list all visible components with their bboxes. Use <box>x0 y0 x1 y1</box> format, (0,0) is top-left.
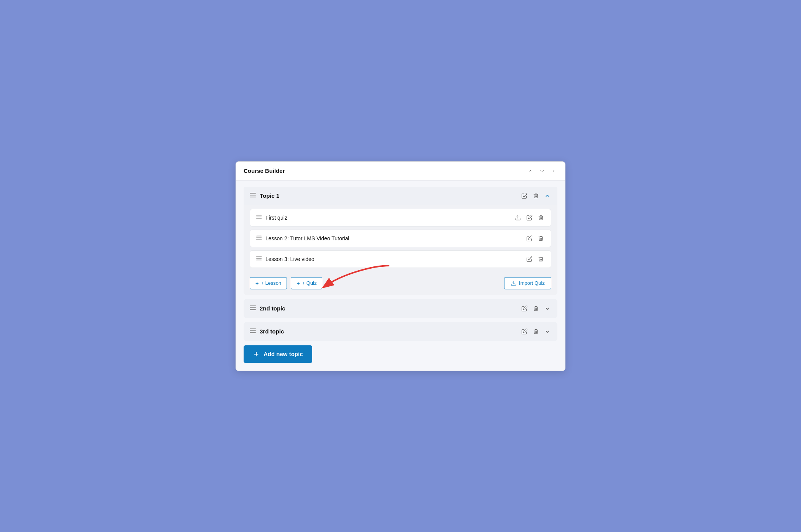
svg-rect-16 <box>250 307 256 308</box>
lesson-drag-icon <box>256 235 262 242</box>
lesson-2-edit-button[interactable] <box>526 235 533 242</box>
chevron-right-icon <box>550 168 557 174</box>
edit-icon <box>521 328 527 335</box>
chevron-up-icon <box>544 193 550 199</box>
topic-3-edit-button[interactable] <box>521 328 528 335</box>
topic-3-delete-button[interactable] <box>532 328 540 335</box>
lesson-item-3: Lesson 3: Live video <box>250 250 551 268</box>
download-icon <box>511 280 517 286</box>
svg-rect-18 <box>250 328 256 329</box>
topic-3-icons <box>521 328 551 335</box>
lesson-3-edit-button[interactable] <box>526 255 533 263</box>
import-quiz-button[interactable]: Import Quiz <box>504 277 551 289</box>
hamburger-icon <box>256 235 262 240</box>
topic-2-expand-button[interactable] <box>544 305 551 312</box>
topic-1-edit-button[interactable] <box>521 192 528 200</box>
quiz-upload-button[interactable] <box>514 214 522 222</box>
lesson-left: Lesson 2: Tutor LMS Video Tutorial <box>256 235 349 242</box>
drag-handle-icon <box>250 305 256 312</box>
edit-icon <box>521 305 527 312</box>
add-content-buttons: + + Lesson + + Quiz <box>250 277 322 289</box>
topic-2-edit-button[interactable] <box>521 305 528 312</box>
plus-icon: + <box>255 280 259 286</box>
edit-icon <box>526 215 532 221</box>
svg-rect-15 <box>250 305 256 306</box>
topic-3-title: 3rd topic <box>260 328 284 335</box>
svg-rect-5 <box>256 218 262 219</box>
edit-icon <box>521 193 527 199</box>
topic-3-header-left: 3rd topic <box>250 328 284 335</box>
panel-header: Course Builder <box>236 162 565 181</box>
topic-block-2: 2nd topic <box>244 299 557 318</box>
topic-3-expand-button[interactable] <box>544 328 551 335</box>
trash-icon <box>533 193 539 199</box>
lesson-title-3: Lesson 3: Live video <box>265 256 315 262</box>
collapse-down-button[interactable] <box>538 167 546 175</box>
svg-rect-9 <box>256 239 262 240</box>
topic-1-header-left: Topic 1 <box>250 192 279 199</box>
import-quiz-label: Import Quiz <box>519 280 545 286</box>
lesson-item-first-quiz: First quiz <box>250 209 551 227</box>
topic-3-header: 3rd topic <box>244 322 557 341</box>
quiz-delete-button[interactable] <box>537 214 545 222</box>
topic-1-icons <box>521 192 551 200</box>
lesson-title-2: Lesson 2: Tutor LMS Video Tutorial <box>265 235 349 241</box>
collapse-up-button[interactable] <box>527 167 534 175</box>
svg-rect-7 <box>256 235 262 236</box>
chevron-up-icon <box>527 168 534 174</box>
trash-icon <box>533 328 539 335</box>
add-topic-label: Add new topic <box>264 351 303 357</box>
plus-icon <box>253 351 260 358</box>
lesson-left: Lesson 3: Live video <box>256 256 315 263</box>
lesson-icons-3 <box>526 255 545 263</box>
topic-1-content: First quiz <box>244 205 557 273</box>
lesson-title-first-quiz: First quiz <box>265 215 287 221</box>
lesson-drag-icon <box>256 256 262 263</box>
quiz-edit-button[interactable] <box>526 214 533 222</box>
add-lesson-button[interactable]: + + Lesson <box>250 277 287 289</box>
topic-2-delete-button[interactable] <box>532 305 540 312</box>
svg-rect-0 <box>250 193 256 194</box>
svg-rect-4 <box>256 217 262 217</box>
course-builder-panel: Course Builder <box>236 161 565 371</box>
chevron-down-icon <box>544 305 550 312</box>
panel-body: Topic 1 <box>236 181 565 371</box>
svg-rect-2 <box>250 197 256 197</box>
edit-icon <box>526 235 532 241</box>
lesson-button-label: + Lesson <box>261 280 281 286</box>
collapse-right-button[interactable] <box>550 167 557 175</box>
svg-rect-8 <box>256 237 262 238</box>
lesson-drag-icon <box>256 214 262 221</box>
topic-1-action-buttons: + + Lesson + + Quiz Import Quiz <box>244 273 557 295</box>
hamburger-icon <box>250 328 256 334</box>
topic-1-collapse-button[interactable] <box>544 192 551 200</box>
chevron-down-icon <box>539 168 545 174</box>
add-quiz-button[interactable]: + + Quiz <box>291 277 322 289</box>
edit-icon <box>526 256 532 262</box>
trash-icon <box>533 305 539 312</box>
trash-icon <box>538 215 544 221</box>
upload-icon <box>515 215 521 221</box>
svg-rect-10 <box>256 256 262 257</box>
svg-rect-12 <box>256 259 262 260</box>
lesson-3-delete-button[interactable] <box>537 255 545 263</box>
lesson-left: First quiz <box>256 214 287 221</box>
quiz-button-label: + Quiz <box>302 280 317 286</box>
add-new-topic-button[interactable]: Add new topic <box>244 345 312 363</box>
svg-rect-17 <box>250 309 256 310</box>
hamburger-icon <box>256 256 262 261</box>
hamburger-icon <box>250 305 256 311</box>
topic-1-delete-button[interactable] <box>532 192 540 200</box>
lesson-2-delete-button[interactable] <box>537 235 545 242</box>
trash-icon <box>538 235 544 241</box>
topic-2-title: 2nd topic <box>260 305 285 312</box>
svg-rect-1 <box>250 195 256 195</box>
svg-rect-19 <box>250 330 256 331</box>
lesson-icons-first-quiz <box>514 214 545 222</box>
drag-handle-icon <box>250 328 256 335</box>
topic-block-1: Topic 1 <box>244 187 557 295</box>
topic-1-header: Topic 1 <box>244 187 557 205</box>
topic-block-3: 3rd topic <box>244 322 557 341</box>
topic-2-header: 2nd topic <box>244 299 557 318</box>
topic-1-actions-container: + + Lesson + + Quiz Import Quiz <box>244 273 557 295</box>
